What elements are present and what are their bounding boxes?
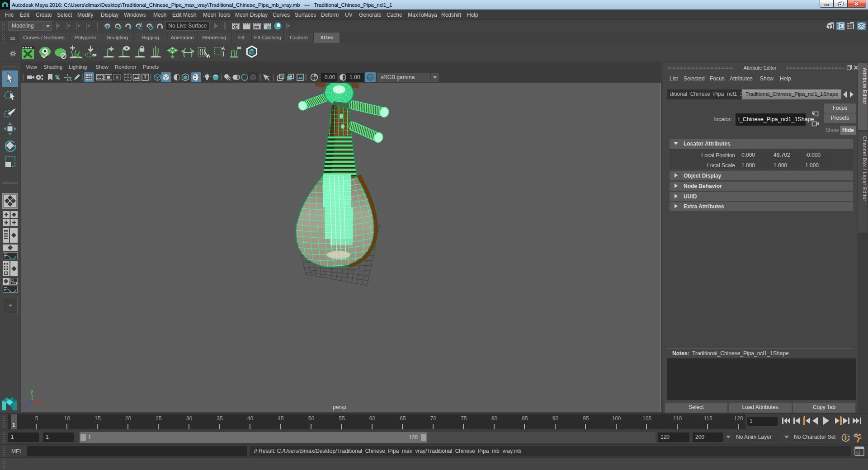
svg-text:y: y (30, 388, 33, 395)
svg-text:z: z (25, 403, 28, 408)
svg-text:ON: ON (368, 76, 372, 79)
svg-text:{;}: {;} (856, 450, 860, 455)
svg-text:IPR: IPR (254, 26, 259, 29)
svg-text:x: x (39, 398, 42, 404)
